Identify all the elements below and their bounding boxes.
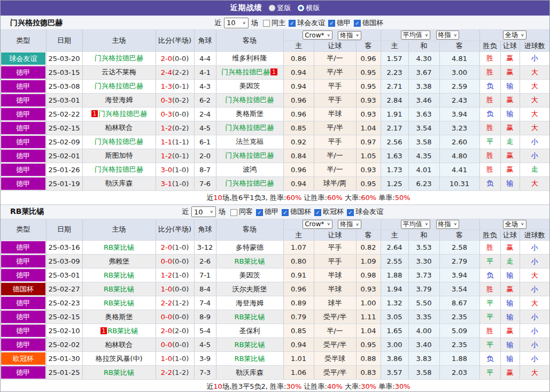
league-checkbox[interactable]: ✓ <box>314 209 321 216</box>
league-checkbox[interactable]: ✓ <box>354 20 361 27</box>
away-team-cell: 门兴格拉德巴赫 <box>216 93 283 107</box>
league-checkbox[interactable]: ✓ <box>347 209 354 216</box>
avg-home-odds: 1.91 <box>381 107 408 121</box>
home-team-link[interactable]: RB莱比锡 <box>104 271 134 279</box>
match-type-cell: 德甲 <box>1 324 46 338</box>
home-team-link[interactable]: 门兴格拉德巴赫 <box>95 137 143 145</box>
away-team-link[interactable]: RB莱比锡 <box>235 341 265 349</box>
radio-vertical-layout[interactable]: 竖版 <box>269 3 291 13</box>
final-odds-select-2[interactable]: 终指∨ <box>436 220 460 229</box>
home-team-link[interactable]: 门兴格拉德巴赫 <box>98 110 147 118</box>
away-team-cell: 勒沃库森 <box>216 366 283 380</box>
home-team-cell: 斯图加特 <box>82 149 156 163</box>
avg-draw-odds: 3.38 <box>408 79 439 93</box>
home-team-link[interactable]: RB莱比锡 <box>104 243 134 251</box>
away-team-link[interactable]: 波鸿 <box>243 165 257 173</box>
away-team-link[interactable]: 门兴格拉德巴赫 <box>226 124 274 132</box>
result-handicap: 赢 <box>500 366 520 380</box>
result-handicap: 走 <box>500 135 520 149</box>
bookmaker-select[interactable]: Crow*∨ <box>303 220 332 229</box>
away-team-link[interactable]: RB莱比锡 <box>235 313 265 321</box>
handicap-away-odds: 0.95 <box>356 79 381 93</box>
away-team-link[interactable]: 门兴格拉德巴赫 <box>221 68 270 76</box>
home-team-link[interactable]: 柏林联合 <box>105 341 133 349</box>
match-type-cell: 德甲 <box>1 241 46 255</box>
average-select[interactable]: 平均值∨ <box>401 220 431 229</box>
away-team-link[interactable]: 门兴格拉德巴赫 <box>226 151 274 159</box>
match-count-select[interactable]: 10 ∨ <box>224 18 249 28</box>
home-team-link[interactable]: 云达不莱梅 <box>102 68 136 76</box>
result-outcome: 负 <box>479 107 500 121</box>
match-type-badge: 德甲 <box>1 122 45 134</box>
away-team-link[interactable]: 门兴格拉德巴赫 <box>226 96 274 104</box>
home-team-link[interactable]: 柏林联合 <box>105 124 133 132</box>
radio-horizontal-layout[interactable]: 横版 <box>298 3 320 13</box>
home-team-link[interactable]: 格拉茨风暴(中) <box>95 355 142 363</box>
home-team-link[interactable]: 勒沃库森 <box>105 179 133 187</box>
home-team-link[interactable]: 门兴格拉德巴赫 <box>95 54 143 62</box>
away-team-link[interactable]: 维多利科隆 <box>233 54 267 62</box>
away-team-link[interactable]: 奥格斯堡 <box>236 110 264 118</box>
home-team-link[interactable]: RB莱比锡 <box>104 368 134 376</box>
away-team-link[interactable]: 法兰克福 <box>236 137 264 145</box>
home-team-link[interactable]: 斯图加特 <box>105 151 133 159</box>
result-outcome: 胜 <box>479 121 500 135</box>
match-count-select[interactable]: 10 ∨ <box>191 206 216 217</box>
col-corner: 角球 <box>194 30 216 51</box>
away-team-link[interactable]: 美因茨 <box>239 271 260 279</box>
fullmatch-select[interactable]: 全场∨ <box>503 30 526 40</box>
final-odds-select-2[interactable]: 终指∨ <box>436 30 460 40</box>
away-team-link[interactable]: RB莱比锡 <box>235 355 265 363</box>
away-team-link[interactable]: RB莱比锡 <box>235 257 265 265</box>
average-value: 平均值 <box>403 30 422 40</box>
away-team-link[interactable]: 海登海姆 <box>236 299 264 307</box>
sub-col-handicap-result: 让球 <box>500 41 520 51</box>
home-team-link[interactable]: RB莱比锡 <box>104 285 134 293</box>
home-team-link[interactable]: 门兴格拉德巴赫 <box>95 82 143 90</box>
same-venue-checkbox[interactable] <box>230 209 237 216</box>
section-summary: 近10场,胜3平5负2, 胜率:30% 让胜率:40% 大率:30% 单率:30… <box>1 380 549 392</box>
avg-home-odds: 1.88 <box>381 268 408 282</box>
halftime-score: (0-2) <box>172 96 189 104</box>
away-team-link[interactable]: 门兴格拉德巴赫 <box>226 179 274 187</box>
corner-score: 4-5 <box>194 338 216 352</box>
away-team-link[interactable]: 勒沃库森 <box>236 368 264 376</box>
match-date: 25-02-23 <box>46 296 82 310</box>
avg-draw-odds: 3.35 <box>408 310 439 324</box>
bookmaker-select[interactable]: Crow*∨ <box>303 30 332 40</box>
away-team-link[interactable]: 多特蒙德 <box>236 243 264 251</box>
average-select[interactable]: 平均值∨ <box>401 30 431 40</box>
away-team-link[interactable]: 沃尔夫斯堡 <box>233 285 267 293</box>
league-label: 德国杯 <box>290 207 311 217</box>
match-type-badge: 德甲 <box>1 297 45 309</box>
away-team-cell: 海登海姆 <box>216 296 283 310</box>
league-checkbox[interactable]: ✓ <box>256 209 263 216</box>
away-team-link[interactable]: 美因茨 <box>239 82 260 90</box>
summary-segment: 10 <box>213 194 222 202</box>
home-team-link[interactable]: 海登海姆 <box>105 96 133 104</box>
same-venue-checkbox[interactable] <box>263 20 270 27</box>
handicap-line: 平手 <box>314 255 356 268</box>
home-team-link[interactable]: 门兴格拉德巴赫 <box>95 165 143 173</box>
away-team-link[interactable]: 圣保利 <box>239 327 260 335</box>
home-team-link[interactable]: 弗赖堡 <box>109 257 129 265</box>
fullmatch-select[interactable]: 全场∨ <box>503 220 526 229</box>
final-odds-select[interactable]: 终指∨ <box>338 31 361 40</box>
corner-score: 7-3 <box>194 366 216 380</box>
home-team-link[interactable]: RB莱比锡 <box>107 327 138 335</box>
home-team-cell: 格拉茨风暴(中) <box>82 352 156 366</box>
chevron-down-icon: ∨ <box>425 222 429 226</box>
fulltime-score: 3-1 <box>161 180 172 188</box>
corner-score: 4-3 <box>194 79 216 93</box>
match-score: 1-0(1-0) <box>156 352 194 366</box>
home-team-link[interactable]: RB莱比锡 <box>104 299 134 307</box>
league-checkbox[interactable]: ✓ <box>328 20 335 27</box>
avg-draw-odds: 3.73 <box>408 268 439 282</box>
fulltime-score: 1-3 <box>161 82 172 90</box>
final-odds-select[interactable]: 终指∨ <box>338 220 361 229</box>
league-checkbox[interactable]: ✓ <box>289 20 296 27</box>
league-checkbox[interactable]: ✓ <box>282 209 289 216</box>
result-handicap: 赢 <box>500 51 520 65</box>
home-team-link[interactable]: 奥格斯堡 <box>105 313 133 321</box>
avg-away-odds: 3.94 <box>439 268 479 282</box>
